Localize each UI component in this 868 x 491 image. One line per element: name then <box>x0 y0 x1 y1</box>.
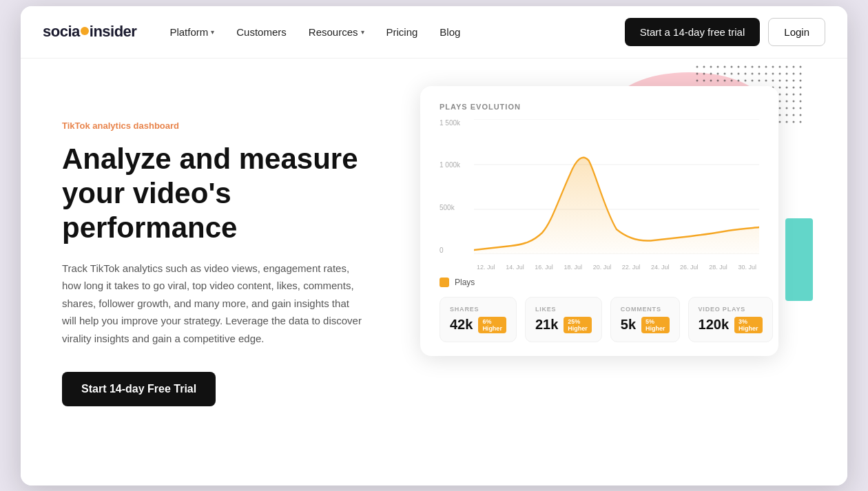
chart-y-labels: 0 500k 1 000k 1 500k <box>440 119 470 254</box>
chevron-down-icon: ▾ <box>361 28 364 36</box>
stat-value-shares: 42k <box>450 317 473 333</box>
dashboard-card: PLAYS EVOLUTION 0 500k 1 000k 1 500k <box>420 86 778 356</box>
hero-right: PLAYS EVOLUTION 0 500k 1 000k 1 500k <box>420 86 806 356</box>
stat-badge-video-plays: 3% Higher <box>734 317 763 333</box>
hero-description: Track TikTok analytics such as video vie… <box>62 260 365 348</box>
x-label-5: 22. Jul <box>622 264 641 271</box>
stat-badge-shares: 6% Higher <box>478 317 506 333</box>
legend-label-plays: Plays <box>455 278 475 287</box>
x-label-1: 14. Jul <box>506 264 524 271</box>
x-label-0: 12. Jul <box>477 264 495 271</box>
y-label-0: 0 <box>440 247 470 254</box>
stat-label-shares: SHARES <box>450 306 506 313</box>
stat-badge-likes: 25% Higher <box>564 317 592 333</box>
stat-label-likes: LIKES <box>535 306 592 313</box>
x-label-8: 28. Jul <box>709 264 727 271</box>
login-button[interactable]: Login <box>768 18 825 46</box>
stat-card-video-plays: VIDEO PLAYS 120k 3% Higher <box>688 297 773 342</box>
stat-value-comments: 5k <box>621 317 636 333</box>
start-trial-button[interactable]: Start a 14-day free trial <box>625 18 761 46</box>
nav-platform[interactable]: Platform ▾ <box>169 26 214 38</box>
stat-value-row-video-plays: 120k 3% Higher <box>699 317 763 333</box>
hero-section: TikTok analytics dashboard Analyze and m… <box>21 59 847 485</box>
chart-svg <box>474 119 759 254</box>
x-label-9: 30. Jul <box>738 264 756 271</box>
x-label-6: 24. Jul <box>651 264 670 271</box>
stat-label-comments: COMMENTS <box>621 306 670 313</box>
hero-tag: TikTok analytics dashboard <box>62 121 393 131</box>
x-label-3: 18. Jul <box>564 264 582 271</box>
stat-value-video-plays: 120k <box>699 317 730 333</box>
stat-card-likes: LIKES 21k 25% Higher <box>525 297 602 342</box>
nav-customers[interactable]: Customers <box>236 26 287 38</box>
browser-window: sociainsider Platform ▾ Customers Resour… <box>21 6 847 485</box>
decorative-teal-bar <box>785 218 813 301</box>
chart-x-labels: 12. Jul 14. Jul 16. Jul 18. Jul 20. Jul … <box>474 264 759 271</box>
y-label-1500k: 1 500k <box>440 119 470 127</box>
logo-dot-icon <box>81 27 89 35</box>
x-label-2: 16. Jul <box>535 264 553 271</box>
stat-value-row-comments: 5k 5% Higher <box>621 317 670 333</box>
logo-text: sociainsider <box>43 23 136 41</box>
navbar: sociainsider Platform ▾ Customers Resour… <box>21 6 847 59</box>
nav-resources[interactable]: Resources ▾ <box>309 26 364 38</box>
hero-cta-button[interactable]: Start 14-day Free Trial <box>62 372 216 406</box>
x-label-4: 20. Jul <box>593 264 612 271</box>
stat-card-comments: COMMENTS 5k 5% Higher <box>610 297 680 342</box>
chart-area: 0 500k 1 000k 1 500k <box>440 119 759 271</box>
legend-dot-plays <box>440 278 449 287</box>
stat-badge-comments: 5% Higher <box>641 317 670 333</box>
chevron-down-icon: ▾ <box>211 28 214 36</box>
chart-title: PLAYS EVOLUTION <box>440 103 759 111</box>
stat-value-likes: 21k <box>535 317 558 333</box>
x-label-7: 26. Jul <box>680 264 699 271</box>
y-label-500k: 500k <box>440 204 470 211</box>
hero-title: Analyze and measure your video's perform… <box>62 142 393 246</box>
nav-pricing[interactable]: Pricing <box>386 26 418 38</box>
stats-row: SHARES 42k 6% Higher LIKES 21k 25% Highe… <box>440 297 759 342</box>
stat-value-row-shares: 42k 6% Higher <box>450 317 506 333</box>
logo[interactable]: sociainsider <box>43 23 136 41</box>
chart-plot <box>474 119 759 254</box>
nav-actions: Start a 14-day free trial Login <box>625 18 825 46</box>
stat-card-shares: SHARES 42k 6% Higher <box>440 297 517 342</box>
stat-value-row-likes: 21k 25% Higher <box>535 317 592 333</box>
nav-links: Platform ▾ Customers Resources ▾ Pricing… <box>169 26 624 38</box>
chart-legend: Plays <box>440 278 759 287</box>
hero-left: TikTok analytics dashboard Analyze and m… <box>62 100 393 407</box>
nav-blog[interactable]: Blog <box>440 26 460 38</box>
y-label-1000k: 1 000k <box>440 161 470 169</box>
stat-label-video-plays: VIDEO PLAYS <box>699 306 763 313</box>
